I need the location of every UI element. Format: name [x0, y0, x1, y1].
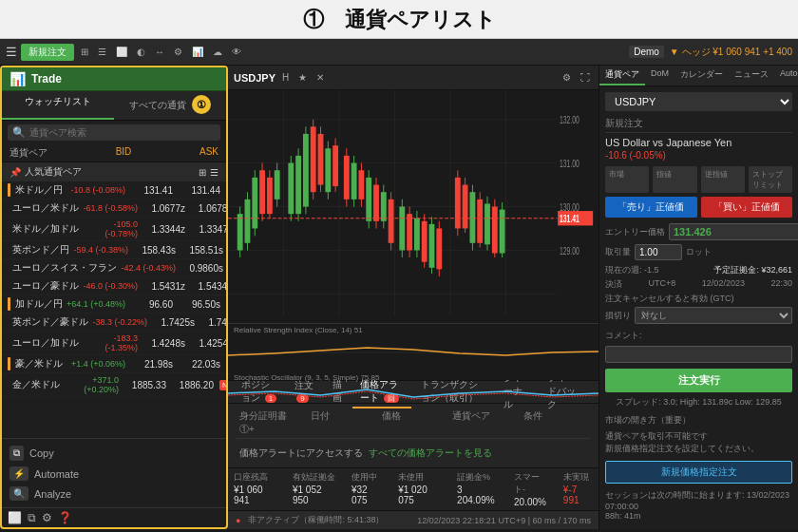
pair-row[interactable]: 英ポンド／円 -59.4 (-0.38%) 158.43s 158.51s	[2, 241, 226, 259]
rp-entry-price-row: エントリー価格 ▼ ▲	[605, 223, 792, 240]
buy-button[interactable]: 「買い」正値価	[701, 197, 793, 218]
gear-icon[interactable]: ⚙	[42, 511, 52, 524]
balance-value: 20.00%	[514, 497, 548, 507]
pair-name: 豪／米ドル	[15, 357, 66, 370]
chart-btn-h[interactable]: H	[279, 71, 292, 84]
sidebar-header: 📊 Trade	[2, 67, 226, 91]
sell-button[interactable]: 「売り」正値価	[605, 197, 697, 218]
pair-bid: 96.60	[127, 299, 173, 310]
balance-label: 使用中	[352, 471, 383, 484]
rp-tab-currency[interactable]: 通貨ペア	[599, 66, 645, 86]
svg-text:132.00: 132.00	[560, 115, 580, 126]
bottom-icon-1[interactable]: ⬜	[8, 511, 22, 524]
stop-loss-select[interactable]: 対なし	[635, 307, 792, 324]
toolbar-btn-5[interactable]: ↔	[152, 46, 167, 58]
toolbar-btn-9[interactable]: 👁	[229, 46, 244, 58]
popular-icon: 📌	[10, 167, 21, 178]
grid-icon: ⊞	[199, 167, 206, 178]
pair-row[interactable]: 豪／米ドル +1.4 (+0.06%) 21.98s 22.03s	[2, 355, 226, 373]
pairs-header-bid: BID	[116, 146, 132, 160]
search-bar: 🔍	[8, 124, 220, 141]
balance-label: スマート-	[514, 471, 548, 496]
pair-row[interactable]: ユーロ／豪ドル -46.0 (-0.30%) 1.5431z 1.5434+	[2, 277, 226, 295]
pair-row[interactable]: 米ドル／円 -10.8 (-0.08%) 131.41 131.44	[2, 181, 226, 200]
rp-session-info: セッションは次の時間に始まります: 13/02/2023 07:00:00 88…	[605, 489, 792, 521]
bottom-content: 身分証明書 ①+ 日付 価格 通貨ペア 条件 価格アラートにアクセスする すべて…	[228, 404, 598, 467]
right-panel: 通貨ペア DoM カレンダー ニュース Autochart USDJPY	[598, 66, 798, 529]
pair-name: 英ポンド／豪ドル	[12, 315, 88, 329]
rp-new-order-button[interactable]: 新規価格指定注文	[605, 461, 792, 484]
action-analyze[interactable]: 🔍 Analyze	[10, 484, 218, 504]
rp-tab-calendar[interactable]: カレンダー	[674, 66, 729, 86]
pairs-header: 通貨ペア BID ASK	[2, 144, 226, 162]
chart-symbol: USDJPY	[234, 72, 276, 84]
pair-bid: 1.0677z	[140, 203, 185, 214]
page-title: ① 通貨ペアリスト	[0, 6, 798, 34]
pair-change: -46.0 (-0.30%)	[81, 281, 138, 291]
menu-icon[interactable]: ☰	[6, 45, 17, 59]
rp-lot-label: 取引量	[605, 246, 631, 258]
chart-btn-star[interactable]: ★	[295, 71, 310, 84]
toolbar-btn-2[interactable]: ☰	[95, 46, 109, 58]
center-area: USDJPY H ★ ✕ ⚙ ⛶	[228, 66, 598, 529]
right-panel-content: USDJPY 新規注文 US Dollar vs Japanese Yen -1…	[599, 86, 798, 529]
bottom-alert-link[interactable]: すべての価格アラートを見る	[369, 446, 492, 460]
automate-icon: ⚡	[10, 466, 28, 481]
rp-tab-dom[interactable]: DoM	[645, 66, 674, 86]
balance-item: 使用中 ¥32 075	[352, 471, 383, 507]
lot-input[interactable]	[635, 244, 682, 260]
toolbar-btn-7[interactable]: 📊	[189, 46, 206, 58]
rp-time-row: 決済 UTC+8 12/02/2023 22:30	[605, 278, 792, 291]
search-input[interactable]	[29, 127, 216, 138]
status-balance-row: 口座残高 ¥1 060 941 有効証拠金 ¥1 052 950 使用中 ¥32…	[228, 467, 598, 510]
pair-row[interactable]: 金／米ドル +371.0 (+0.20%) 1885.33 1886.20 NE…	[2, 373, 226, 397]
balance-label: 未実現	[563, 471, 593, 484]
toolbar-btn-6[interactable]: ⚙	[171, 46, 185, 58]
pair-row[interactable]: ユーロ／スイス・フラン -42.4 (-0.43%) 0.9860s 0.986…	[2, 259, 226, 277]
rsi-chart	[228, 336, 598, 370]
pair-name: ユーロ／スイス・フラン	[12, 261, 117, 275]
rp-tp-label: 注文キャンセルすると有効 (GTC)	[605, 293, 792, 305]
balance-value: ¥1 020 075	[398, 484, 442, 505]
toolbar-btn-4[interactable]: ◐	[134, 46, 148, 58]
pair-ask: 22.03s	[175, 359, 220, 370]
entry-price-input[interactable]	[669, 223, 798, 240]
tab-all-currencies[interactable]: すべての通貨 ①	[114, 91, 226, 120]
action-automate[interactable]: ⚡ Automate	[10, 464, 218, 484]
pair-ask: 0.9863s	[225, 263, 226, 274]
pairs-header-name: 通貨ペア	[10, 146, 48, 160]
help-icon[interactable]: ❓	[58, 511, 72, 524]
chart-btn-close[interactable]: ✕	[314, 71, 327, 84]
new-order-button[interactable]: 新規注文	[21, 44, 74, 61]
rp-tab-news[interactable]: ニュース	[729, 66, 774, 86]
pair-bid: 1.7425s	[149, 317, 195, 328]
svg-text:131.00: 131.00	[560, 159, 580, 170]
pair-row[interactable]: ユーロ／米ドル -61.8 (-0.58%) 1.0677z 1.0678o	[2, 200, 226, 218]
rp-instrument-name: US Dollar vs Japanese Yen	[605, 137, 792, 148]
right-panel-tabs: 通貨ペア DoM カレンダー ニュース Autochart	[599, 66, 798, 86]
balance-item: 有効証拠金 ¥1 052 950	[293, 471, 336, 507]
top-toolbar: ☰ 新規注文 ⊞ ☰ ⬜ ◐ ↔ ⚙ 📊 ☁ 👁 Demo ▼ ヘッジ ¥1 0…	[0, 39, 798, 66]
pair-ask: 1.3347z	[187, 224, 226, 235]
action-copy[interactable]: ⧉ Copy	[10, 443, 218, 464]
analyze-icon: 🔍	[10, 486, 28, 501]
bottom-icon-2[interactable]: ⧉	[28, 511, 36, 524]
toolbar-btn-1[interactable]: ⊞	[78, 46, 91, 58]
chart-btn-fullscreen[interactable]: ⛶	[578, 71, 593, 84]
pair-row[interactable]: 米ドル／加ドル -105.0 (-0.78%) 1.3344z 1.3347z	[2, 218, 226, 241]
comment-input[interactable]	[605, 346, 792, 363]
action-copy-label: Copy	[29, 447, 54, 459]
pair-row[interactable]: 英ポンド／豪ドル -38.3 (-0.22%) 1.7425s 1.7434s	[2, 314, 226, 332]
pair-row[interactable]: 加ドル／円 +64.1 (+0.48%) 96.60 96.50s	[2, 295, 226, 314]
toolbar-btn-8[interactable]: ☁	[210, 46, 225, 58]
rp-tab-autochart[interactable]: Autochart	[774, 66, 798, 86]
pair-ask: 1.4254s	[187, 338, 226, 349]
execute-button[interactable]: 注文実行	[605, 369, 792, 392]
balance-item: 未実現 ¥-7 991	[563, 471, 593, 507]
chart-btn-settings[interactable]: ⚙	[560, 71, 574, 84]
rp-comment-label: コメント:	[605, 330, 792, 342]
tab-watchlist[interactable]: ウォッチリスト	[2, 91, 114, 120]
toolbar-btn-3[interactable]: ⬜	[113, 46, 130, 58]
pair-row[interactable]: ユーロ／加ドル -183.3 (-1.35%) 1.4248s 1.4254s	[2, 332, 226, 355]
symbol-selector[interactable]: USDJPY	[605, 92, 792, 111]
